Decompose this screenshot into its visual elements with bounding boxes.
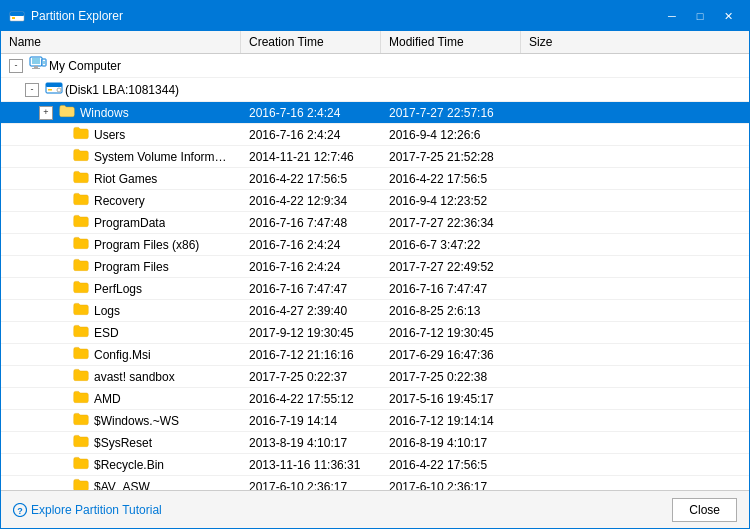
table-row[interactable]: $SysReset2013-8-19 4:10:172016-8-19 4:10… [1, 432, 749, 454]
item-name: Logs [94, 304, 120, 318]
name-cell: $SysReset [1, 432, 241, 453]
table-row[interactable]: - My Computer [1, 54, 749, 78]
table-row[interactable]: - (Disk1 LBA:1081344) [1, 78, 749, 102]
col-size[interactable]: Size [521, 31, 621, 53]
creation-cell: 2016-4-22 17:56:5 [241, 168, 381, 189]
close-window-button[interactable]: ✕ [715, 6, 741, 26]
creation-cell: 2016-7-16 2:4:24 [241, 256, 381, 277]
table-row[interactable]: PerfLogs2016-7-16 7:47:472016-7-16 7:47:… [1, 278, 749, 300]
item-name: avast! sandbox [94, 370, 175, 384]
name-cell: Logs [1, 300, 241, 321]
name-cell: ProgramData [1, 212, 241, 233]
bottom-bar: ? Explore Partition Tutorial Close [1, 490, 749, 528]
modified-cell: 2017-7-27 22:57:16 [381, 102, 521, 123]
modified-cell: 2016-7-12 19:14:14 [381, 410, 521, 431]
folder-icon [73, 280, 92, 297]
table-row[interactable]: Config.Msi2016-7-12 21:16:162017-6-29 16… [1, 344, 749, 366]
table-row[interactable]: System Volume Information2014-11-21 12:7… [1, 146, 749, 168]
creation-cell: 2017-7-25 0:22:37 [241, 366, 381, 387]
minimize-button[interactable]: ─ [659, 6, 685, 26]
modified-cell: 2016-8-19 4:10:17 [381, 432, 521, 453]
modified-cell: 2016-7-12 19:30:45 [381, 322, 521, 343]
svg-rect-2 [12, 17, 15, 19]
table-row[interactable]: Logs2016-4-27 2:39:402016-8-25 2:6:13 [1, 300, 749, 322]
col-modified[interactable]: Modified Time [381, 31, 521, 53]
table-row[interactable]: $AV_ASW2017-6-10 2:36:172017-6-10 2:36:1… [1, 476, 749, 490]
table-row[interactable]: AMD2016-4-22 17:55:122017-5-16 19:45:17 [1, 388, 749, 410]
table-row[interactable]: + Windows2016-7-16 2:4:242017-7-27 22:57… [1, 102, 749, 124]
size-cell [521, 366, 621, 387]
name-cell: ESD [1, 322, 241, 343]
creation-cell: 2016-4-22 12:9:34 [241, 190, 381, 211]
item-name: $AV_ASW [94, 480, 150, 491]
item-name: Config.Msi [94, 348, 151, 362]
item-name: Program Files (x86) [94, 238, 199, 252]
table-row[interactable]: Program Files2016-7-16 2:4:242017-7-27 2… [1, 256, 749, 278]
svg-text:?: ? [17, 506, 23, 516]
size-cell [521, 124, 621, 145]
creation-cell: 2016-7-16 2:4:24 [241, 124, 381, 145]
modified-cell [381, 78, 521, 101]
svg-rect-6 [32, 68, 40, 69]
table-row[interactable]: ESD2017-9-12 19:30:452016-7-12 19:30:45 [1, 322, 749, 344]
size-cell [521, 190, 621, 211]
name-cell: Recovery [1, 190, 241, 211]
size-cell [521, 54, 621, 77]
table-header: Name Creation Time Modified Time Size [1, 31, 749, 54]
folder-icon [73, 324, 92, 341]
name-cell: System Volume Information [1, 146, 241, 167]
modified-cell: 2017-7-27 22:36:34 [381, 212, 521, 233]
table-row[interactable]: $Windows.~WS2016-7-19 14:142016-7-12 19:… [1, 410, 749, 432]
file-table[interactable]: Name Creation Time Modified Time Size - … [1, 31, 749, 490]
size-cell [521, 256, 621, 277]
modified-cell: 2017-7-27 22:49:52 [381, 256, 521, 277]
modified-cell: 2016-9-4 12:23:52 [381, 190, 521, 211]
folder-icon [73, 434, 92, 451]
creation-cell: 2013-11-16 11:36:31 [241, 454, 381, 475]
computer-icon [29, 56, 47, 75]
window-controls: ─ □ ✕ [659, 6, 741, 26]
table-row[interactable]: Users2016-7-16 2:4:242016-9-4 12:26:6 [1, 124, 749, 146]
name-cell: - My Computer [1, 54, 241, 77]
expand-button[interactable]: + [39, 106, 53, 120]
size-cell [521, 344, 621, 365]
name-cell: - (Disk1 LBA:1081344) [1, 78, 241, 101]
maximize-button[interactable]: □ [687, 6, 713, 26]
main-window: Partition Explorer ─ □ ✕ Name Creation T… [0, 0, 750, 529]
modified-cell: 2017-7-25 21:52:28 [381, 146, 521, 167]
table-row[interactable]: Program Files (x86)2016-7-16 2:4:242016-… [1, 234, 749, 256]
creation-cell: 2017-6-10 2:36:17 [241, 476, 381, 490]
item-name: $SysReset [94, 436, 152, 450]
item-name: Users [94, 128, 125, 142]
creation-cell: 2017-9-12 19:30:45 [241, 322, 381, 343]
expand-button[interactable]: - [25, 83, 39, 97]
modified-cell: 2016-4-22 17:56:5 [381, 454, 521, 475]
table-row[interactable]: ProgramData2016-7-16 7:47:482017-7-27 22… [1, 212, 749, 234]
table-row[interactable]: Recovery2016-4-22 12:9:342016-9-4 12:23:… [1, 190, 749, 212]
modified-cell: 2016-6-7 3:47:22 [381, 234, 521, 255]
creation-cell: 2016-7-16 2:4:24 [241, 102, 381, 123]
expand-button[interactable]: - [9, 59, 23, 73]
creation-cell: 2016-7-16 2:4:24 [241, 234, 381, 255]
item-name: AMD [94, 392, 121, 406]
explore-tutorial-link[interactable]: ? Explore Partition Tutorial [13, 503, 162, 517]
table-row[interactable]: avast! sandbox2017-7-25 0:22:372017-7-25… [1, 366, 749, 388]
content-area: Name Creation Time Modified Time Size - … [1, 31, 749, 490]
close-button[interactable]: Close [672, 498, 737, 522]
creation-cell [241, 54, 381, 77]
creation-cell: 2016-7-12 21:16:16 [241, 344, 381, 365]
size-cell [521, 78, 621, 101]
folder-icon [73, 302, 92, 319]
modified-cell: 2017-7-25 0:22:38 [381, 366, 521, 387]
item-name: My Computer [49, 59, 121, 73]
item-name: ESD [94, 326, 119, 340]
table-row[interactable]: $Recycle.Bin2013-11-16 11:36:312016-4-22… [1, 454, 749, 476]
col-name[interactable]: Name [1, 31, 241, 53]
col-creation[interactable]: Creation Time [241, 31, 381, 53]
folder-icon [73, 214, 92, 231]
modified-cell: 2016-7-16 7:47:47 [381, 278, 521, 299]
name-cell: + Windows [1, 102, 241, 123]
table-row[interactable]: Riot Games2016-4-22 17:56:52016-4-22 17:… [1, 168, 749, 190]
name-cell: $Recycle.Bin [1, 454, 241, 475]
folder-icon [73, 346, 92, 363]
